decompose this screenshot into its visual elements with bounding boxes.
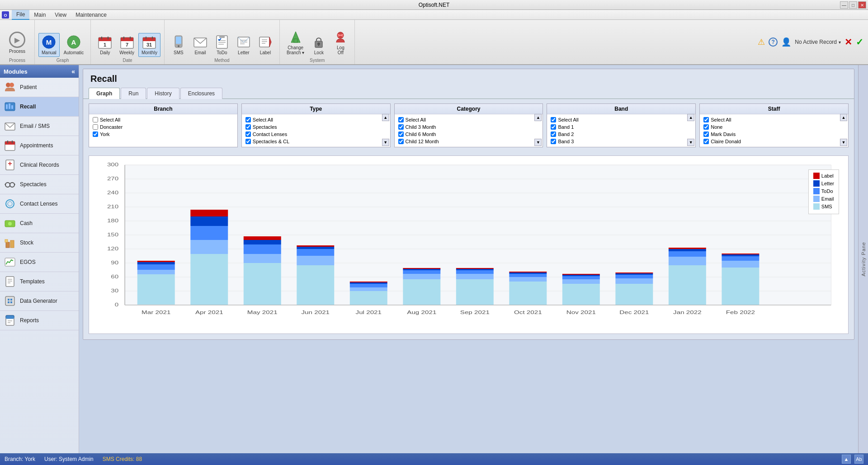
todo-button[interactable]: ToDo bbox=[212, 33, 232, 57]
help-icon[interactable]: ? bbox=[769, 38, 778, 47]
lock-button[interactable]: Lock bbox=[308, 33, 329, 57]
band-select-all[interactable]: Select All bbox=[551, 116, 686, 123]
tab-history[interactable]: History bbox=[147, 88, 179, 99]
close-button[interactable]: ✕ bbox=[858, 1, 866, 9]
confirm-button[interactable]: ✓ bbox=[856, 37, 863, 47]
type-select-all-checkbox[interactable] bbox=[245, 117, 251, 122]
category-child-6-month[interactable]: Child 6 Month bbox=[398, 131, 534, 138]
sidebar-item-appointments[interactable]: Appointments bbox=[0, 136, 79, 155]
category-select-all-checkbox[interactable] bbox=[398, 117, 404, 122]
svg-rect-129 bbox=[244, 240, 281, 244]
tab-enclosures[interactable]: Enclosures bbox=[180, 88, 222, 99]
branch-york-checkbox[interactable] bbox=[93, 132, 98, 137]
sms-button[interactable]: SMS bbox=[168, 33, 189, 57]
staff-scroll-down[interactable]: ▼ bbox=[840, 139, 847, 146]
svg-rect-169 bbox=[615, 278, 653, 284]
category-child-3-month-checkbox[interactable] bbox=[398, 124, 404, 130]
statusbar-up-button[interactable]: ▲ bbox=[842, 455, 851, 464]
minimize-button[interactable]: — bbox=[840, 1, 848, 9]
band-scroll-down[interactable]: ▼ bbox=[687, 139, 694, 146]
category-child-3-month[interactable]: Child 3 Month bbox=[398, 123, 534, 131]
changebranch-button[interactable]: ChangeBranch ▾ bbox=[283, 28, 307, 57]
sidebar-collapse-button[interactable]: « bbox=[71, 68, 75, 75]
branch-select-all[interactable]: Select All bbox=[93, 116, 234, 123]
recall-panel: Recall Graph Run History Enclosures Bran… bbox=[83, 69, 854, 340]
letter-button[interactable]: Letter bbox=[233, 33, 254, 57]
svg-rect-52 bbox=[6, 104, 8, 109]
legend-letter: Letter bbox=[813, 180, 834, 187]
menu-main[interactable]: Main bbox=[29, 10, 50, 20]
sidebar-item-patient[interactable]: Patient bbox=[0, 78, 79, 97]
band-2-checkbox[interactable] bbox=[551, 132, 556, 137]
staff-select-all[interactable]: Select All bbox=[703, 116, 839, 123]
sidebar-item-contact-lenses[interactable]: Contact Lenses bbox=[0, 194, 79, 214]
staff-claire-donald-checkbox[interactable] bbox=[703, 139, 709, 144]
type-filter: Type Select All Spectacles Contact Le bbox=[241, 103, 391, 147]
email-button[interactable]: Email bbox=[190, 33, 211, 57]
category-child-12-month[interactable]: Child 12 Month bbox=[398, 138, 534, 145]
branch-doncaster[interactable]: Doncaster bbox=[93, 123, 234, 131]
activity-pane[interactable]: Activity Pane bbox=[858, 65, 868, 453]
maximize-button[interactable]: □ bbox=[849, 1, 857, 9]
type-contact-lenses[interactable]: Contact Lenses bbox=[245, 131, 381, 138]
band-1-checkbox[interactable] bbox=[551, 124, 556, 130]
no-active-record-button[interactable]: No Active Record ▾ bbox=[795, 39, 841, 45]
category-child-6-month-checkbox[interactable] bbox=[398, 132, 404, 137]
tab-run[interactable]: Run bbox=[121, 88, 146, 99]
type-scroll-down[interactable]: ▼ bbox=[382, 139, 389, 146]
svg-text:Jan 2022: Jan 2022 bbox=[673, 310, 702, 315]
band-3[interactable]: Band 3 bbox=[551, 138, 686, 145]
sidebar-item-stock[interactable]: Stock bbox=[0, 233, 79, 253]
statusbar-ab-button[interactable]: Ab bbox=[854, 455, 863, 464]
sidebar-item-data-generator[interactable]: Data Generator bbox=[0, 291, 79, 311]
sidebar-item-spectacles[interactable]: Spectacles bbox=[0, 175, 79, 194]
menu-view[interactable]: View bbox=[50, 10, 71, 20]
type-select-all[interactable]: Select All bbox=[245, 116, 381, 123]
close-record-button[interactable]: ✕ bbox=[844, 37, 852, 47]
menu-file[interactable]: File bbox=[12, 10, 29, 20]
type-spectacles-checkbox[interactable] bbox=[245, 124, 251, 130]
branch-doncaster-checkbox[interactable] bbox=[93, 124, 98, 130]
branch-york[interactable]: York bbox=[93, 131, 234, 138]
sidebar-item-recall[interactable]: Recall bbox=[0, 97, 79, 117]
staff-select-all-checkbox[interactable] bbox=[703, 117, 709, 122]
type-spectacles-cl-checkbox[interactable] bbox=[245, 139, 251, 144]
category-select-all[interactable]: Select All bbox=[398, 116, 534, 123]
bar-aug2021: Aug 2021 bbox=[403, 268, 440, 315]
category-child-12-month-checkbox[interactable] bbox=[398, 139, 404, 144]
sidebar-item-email-sms[interactable]: Email / SMS bbox=[0, 117, 79, 136]
sidebar-item-cash[interactable]: Cash bbox=[0, 214, 79, 233]
band-2[interactable]: Band 2 bbox=[551, 131, 686, 138]
sidebar-item-reports[interactable]: Reports bbox=[0, 311, 79, 330]
sidebar-item-templates[interactable]: Templates bbox=[0, 272, 79, 291]
staff-mark-davis-checkbox[interactable] bbox=[703, 132, 709, 137]
automatic-button[interactable]: A Automatic bbox=[61, 33, 87, 57]
staff-none-checkbox[interactable] bbox=[703, 124, 709, 130]
type-scroll-up[interactable]: ▲ bbox=[382, 114, 389, 121]
process-button[interactable]: ▶ Process bbox=[4, 28, 31, 57]
band-1[interactable]: Band 1 bbox=[551, 123, 686, 131]
category-scroll-up[interactable]: ▲ bbox=[534, 114, 542, 121]
band-scroll-up[interactable]: ▲ bbox=[687, 114, 694, 121]
sidebar-item-clinical-records[interactable]: Clinical Records bbox=[0, 155, 79, 175]
weekly-button[interactable]: 7 Weekly bbox=[116, 33, 137, 57]
type-spectacles-cl[interactable]: Spectacles & CL bbox=[245, 138, 381, 145]
tab-graph[interactable]: Graph bbox=[89, 88, 120, 99]
staff-none[interactable]: None bbox=[703, 123, 839, 131]
staff-claire-donald[interactable]: Claire Donald bbox=[703, 138, 839, 145]
band-select-all-checkbox[interactable] bbox=[551, 117, 556, 122]
type-spectacles[interactable]: Spectacles bbox=[245, 123, 381, 131]
branch-select-all-checkbox[interactable] bbox=[93, 117, 98, 122]
type-contact-lenses-checkbox[interactable] bbox=[245, 132, 251, 137]
manual-button[interactable]: M Manual bbox=[38, 33, 60, 57]
category-scroll-down[interactable]: ▼ bbox=[534, 139, 542, 146]
staff-scroll-up[interactable]: ▲ bbox=[840, 114, 847, 121]
band-3-checkbox[interactable] bbox=[551, 139, 556, 144]
sidebar-item-egos[interactable]: EGOS bbox=[0, 253, 79, 272]
menu-maintenance[interactable]: Maintenance bbox=[71, 10, 111, 20]
daily-button[interactable]: 1 Daily bbox=[94, 33, 115, 57]
label-button[interactable]: Label bbox=[255, 33, 276, 57]
monthly-button[interactable]: 31 Monthly bbox=[138, 33, 160, 57]
logoff-button[interactable]: LogOff bbox=[330, 28, 351, 57]
staff-mark-davis[interactable]: Mark Davis bbox=[703, 131, 839, 138]
